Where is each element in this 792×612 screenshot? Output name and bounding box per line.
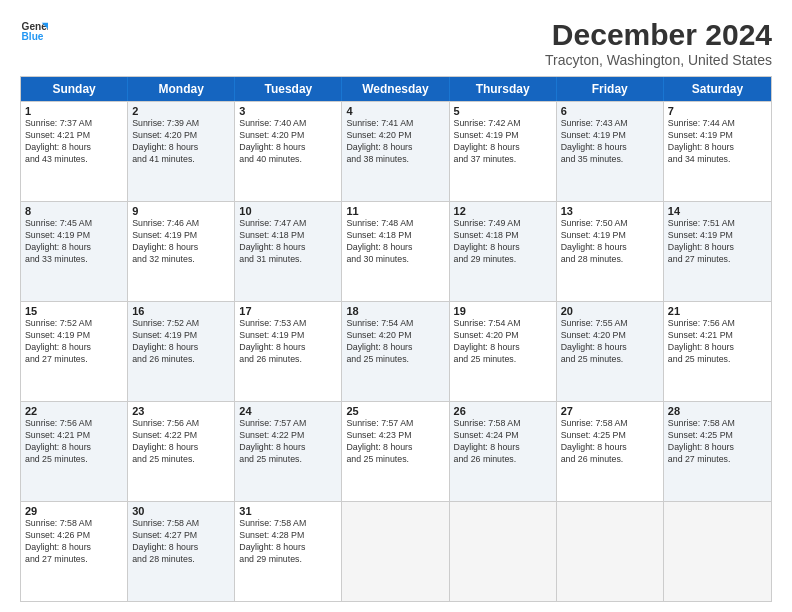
day-22: 22 Sunrise: 7:56 AMSunset: 4:21 PMDaylig… [21, 402, 128, 501]
header-sunday: Sunday [21, 77, 128, 101]
logo: General Blue [20, 18, 48, 46]
day-7: 7 Sunrise: 7:44 AMSunset: 4:19 PMDayligh… [664, 102, 771, 201]
week-row-5: 29 Sunrise: 7:58 AMSunset: 4:26 PMDaylig… [21, 501, 771, 601]
day-25: 25 Sunrise: 7:57 AMSunset: 4:23 PMDaylig… [342, 402, 449, 501]
header-thursday: Thursday [450, 77, 557, 101]
calendar: Sunday Monday Tuesday Wednesday Thursday… [20, 76, 772, 602]
header-friday: Friday [557, 77, 664, 101]
header-tuesday: Tuesday [235, 77, 342, 101]
day-10: 10 Sunrise: 7:47 AMSunset: 4:18 PMDaylig… [235, 202, 342, 301]
header-wednesday: Wednesday [342, 77, 449, 101]
empty-1 [342, 502, 449, 601]
day-27: 27 Sunrise: 7:58 AMSunset: 4:25 PMDaylig… [557, 402, 664, 501]
day-16: 16 Sunrise: 7:52 AMSunset: 4:19 PMDaylig… [128, 302, 235, 401]
empty-3 [557, 502, 664, 601]
week-row-2: 8 Sunrise: 7:45 AMSunset: 4:19 PMDayligh… [21, 201, 771, 301]
day-4: 4 Sunrise: 7:41 AMSunset: 4:20 PMDayligh… [342, 102, 449, 201]
day-26: 26 Sunrise: 7:58 AMSunset: 4:24 PMDaylig… [450, 402, 557, 501]
week-row-3: 15 Sunrise: 7:52 AMSunset: 4:19 PMDaylig… [21, 301, 771, 401]
day-19: 19 Sunrise: 7:54 AMSunset: 4:20 PMDaylig… [450, 302, 557, 401]
day-30: 30 Sunrise: 7:58 AMSunset: 4:27 PMDaylig… [128, 502, 235, 601]
empty-4 [664, 502, 771, 601]
day-5: 5 Sunrise: 7:42 AMSunset: 4:19 PMDayligh… [450, 102, 557, 201]
empty-2 [450, 502, 557, 601]
day-21: 21 Sunrise: 7:56 AMSunset: 4:21 PMDaylig… [664, 302, 771, 401]
header-saturday: Saturday [664, 77, 771, 101]
day-3: 3 Sunrise: 7:40 AMSunset: 4:20 PMDayligh… [235, 102, 342, 201]
day-2: 2 Sunrise: 7:39 AMSunset: 4:20 PMDayligh… [128, 102, 235, 201]
page-header: General Blue December 2024 Tracyton, Was… [20, 18, 772, 68]
day-28: 28 Sunrise: 7:58 AMSunset: 4:25 PMDaylig… [664, 402, 771, 501]
day-12: 12 Sunrise: 7:49 AMSunset: 4:18 PMDaylig… [450, 202, 557, 301]
day-1: 1 Sunrise: 7:37 AMSunset: 4:21 PMDayligh… [21, 102, 128, 201]
calendar-header: Sunday Monday Tuesday Wednesday Thursday… [21, 77, 771, 101]
title-area: December 2024 Tracyton, Washington, Unit… [545, 18, 772, 68]
week-row-4: 22 Sunrise: 7:56 AMSunset: 4:21 PMDaylig… [21, 401, 771, 501]
day-13: 13 Sunrise: 7:50 AMSunset: 4:19 PMDaylig… [557, 202, 664, 301]
day-11: 11 Sunrise: 7:48 AMSunset: 4:18 PMDaylig… [342, 202, 449, 301]
day-9: 9 Sunrise: 7:46 AMSunset: 4:19 PMDayligh… [128, 202, 235, 301]
location-title: Tracyton, Washington, United States [545, 52, 772, 68]
week-row-1: 1 Sunrise: 7:37 AMSunset: 4:21 PMDayligh… [21, 101, 771, 201]
day-24: 24 Sunrise: 7:57 AMSunset: 4:22 PMDaylig… [235, 402, 342, 501]
calendar-page: General Blue December 2024 Tracyton, Was… [0, 0, 792, 612]
calendar-body: 1 Sunrise: 7:37 AMSunset: 4:21 PMDayligh… [21, 101, 771, 601]
header-monday: Monday [128, 77, 235, 101]
day-23: 23 Sunrise: 7:56 AMSunset: 4:22 PMDaylig… [128, 402, 235, 501]
day-18: 18 Sunrise: 7:54 AMSunset: 4:20 PMDaylig… [342, 302, 449, 401]
day-20: 20 Sunrise: 7:55 AMSunset: 4:20 PMDaylig… [557, 302, 664, 401]
day-6: 6 Sunrise: 7:43 AMSunset: 4:19 PMDayligh… [557, 102, 664, 201]
day-15: 15 Sunrise: 7:52 AMSunset: 4:19 PMDaylig… [21, 302, 128, 401]
day-29: 29 Sunrise: 7:58 AMSunset: 4:26 PMDaylig… [21, 502, 128, 601]
logo-icon: General Blue [20, 18, 48, 46]
day-14: 14 Sunrise: 7:51 AMSunset: 4:19 PMDaylig… [664, 202, 771, 301]
day-31: 31 Sunrise: 7:58 AMSunset: 4:28 PMDaylig… [235, 502, 342, 601]
svg-text:Blue: Blue [22, 31, 44, 42]
day-8: 8 Sunrise: 7:45 AMSunset: 4:19 PMDayligh… [21, 202, 128, 301]
month-title: December 2024 [545, 18, 772, 52]
day-17: 17 Sunrise: 7:53 AMSunset: 4:19 PMDaylig… [235, 302, 342, 401]
